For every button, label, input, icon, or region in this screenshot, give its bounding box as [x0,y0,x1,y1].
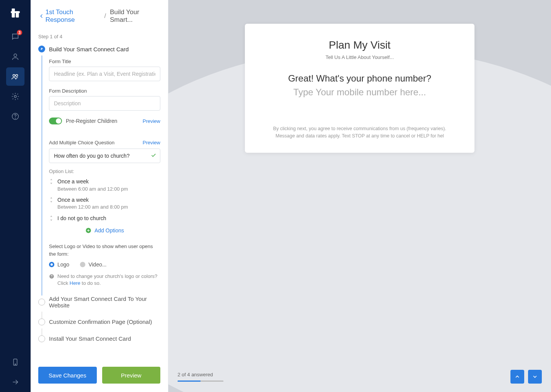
drag-icon[interactable] [49,179,54,185]
add-option-button[interactable]: Add Options [49,227,160,234]
nav-collapse[interactable] [6,373,24,391]
preview-title: Plan My Visit [263,39,456,51]
save-button[interactable]: Save Changes [38,367,97,384]
breadcrumb-current: Build Your Smart... [110,8,160,24]
nav-settings[interactable] [6,87,24,106]
nav-help[interactable] [6,107,24,126]
preview-disclaimer: By clicking next, you agree to receive c… [263,125,456,140]
svg-point-3 [14,54,16,57]
preview-card: Plan My Visit Tell Us A Little About You… [245,24,474,153]
nav-messages[interactable]: 3 [6,28,24,46]
helper-here-link[interactable]: Here [70,280,80,286]
mc-preview-link[interactable]: Preview [143,140,160,145]
radio-logo[interactable]: Logo [49,261,69,268]
progress-bar [178,381,223,382]
preview-sub: Tell Us A Little About Yourself... [263,54,456,60]
form-title-label: Form Title [49,59,160,64]
step-3-title[interactable]: Customize Confirmation Page (Optional) [49,318,152,325]
drag-icon[interactable] [49,197,54,204]
preregister-label: Pre-Register Children [66,118,117,124]
progress-label: 2 of 4 answered [178,372,223,377]
media-label: Select Logo or Video to show when user o… [49,243,160,258]
option-list-label: Option List: [49,168,160,174]
svg-point-10 [15,364,16,365]
nav-prev-button[interactable] [510,370,524,384]
radio-video[interactable]: Video... [80,261,106,268]
check-icon [150,152,156,160]
preview-phone-input[interactable]: Type Your mobile number here... [263,87,456,98]
option-item[interactable]: Once a week Between 12:00 am and 8:00 pm [49,196,160,211]
option-item[interactable]: I do not go to church [49,215,160,222]
step-2-title[interactable]: Add Your Smart Connect Card To Your Webs… [49,296,160,309]
nav-person[interactable] [6,47,24,66]
step-4-title[interactable]: Install Your Smart Connect Card [49,335,131,342]
step-1-title: Build Your Smart Connect Card [49,46,129,52]
svg-rect-2 [11,11,20,13]
step-indicator: Step 1 of 4 [38,34,160,39]
svg-point-6 [14,95,16,98]
step-3-bullet [38,318,45,325]
breadcrumb-back[interactable]: 1st Touch Response [38,8,101,24]
mc-label: Add Multiple Choice Question [49,140,114,145]
svg-point-4 [13,75,15,77]
mc-question-input[interactable] [49,149,160,163]
drag-icon[interactable] [49,216,54,222]
nav-mobile[interactable] [6,353,24,371]
nav-rail: 3 [0,0,31,392]
nav-badge: 3 [17,30,22,35]
step-2-bullet [38,299,45,305]
preregister-toggle[interactable] [49,118,62,124]
svg-point-13 [51,277,52,278]
svg-point-5 [16,75,18,77]
step-4-bullet [38,335,45,342]
form-title-input[interactable] [49,67,160,81]
svg-point-8 [15,118,16,118]
helper-text: Need to change your church's logo or col… [49,273,160,287]
preview-area: Plan My Visit Tell Us A Little About You… [168,0,551,392]
option-item[interactable]: Once a week Between 6:00 am and 12:00 pm [49,178,160,193]
form-desc-input[interactable] [49,96,160,111]
nav-people[interactable] [6,67,24,86]
step-1-bullet [38,46,45,52]
preview-question: Great! What's your phone number? [263,73,456,84]
form-desc-label: Form Description [49,88,160,94]
breadcrumb: 1st Touch Response / Build Your Smart... [38,8,160,24]
nav-next-button[interactable] [528,370,542,384]
preview-button[interactable]: Preview [102,367,161,384]
app-logo [9,7,21,19]
config-panel: 1st Touch Response / Build Your Smart...… [31,0,168,392]
preregister-preview-link[interactable]: Preview [143,118,160,124]
